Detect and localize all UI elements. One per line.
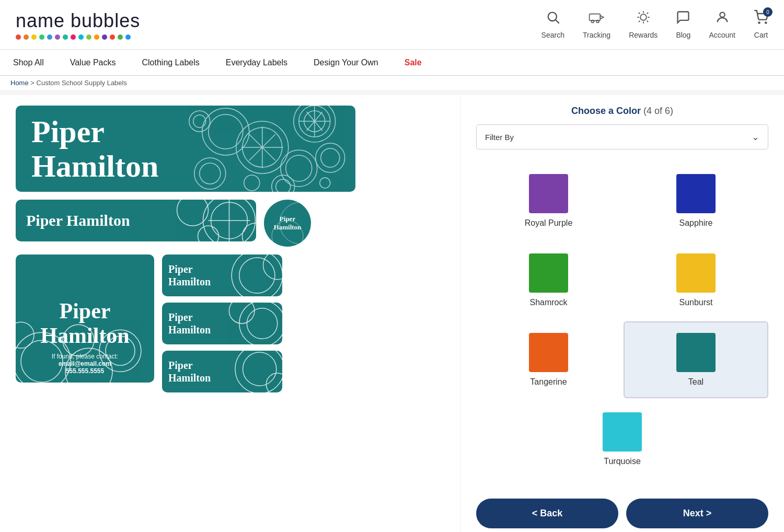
blog-nav[interactable]: Blog [676,10,690,39]
svg-point-5 [640,14,647,20]
contact-phone: 555.555.5555 [16,367,154,375]
label-small-3-name: PiperHamilton [168,359,211,384]
svg-line-1 [556,20,559,23]
label-small-1-name: PiperHamilton [168,263,211,288]
color-swatch [529,253,568,293]
color-grid: Royal PurpleSapphireShamrockSunburstTang… [476,163,768,478]
svg-point-32 [244,175,259,191]
svg-point-14 [720,13,724,17]
filter-dropdown[interactable]: Filter By ⌄ [476,124,768,149]
svg-point-26 [315,143,344,172]
color-name-label: Royal Purple [525,218,573,228]
account-label: Account [709,31,735,39]
cart-nav[interactable]: 0 Cart [754,10,768,39]
search-nav[interactable]: Search [541,10,564,39]
account-icon [715,10,730,28]
color-item-teal[interactable]: Teal [624,321,768,398]
tracking-nav[interactable]: Tracking [583,10,610,39]
account-nav[interactable]: Account [709,10,735,39]
logo-dot [16,34,21,40]
svg-point-15 [758,22,759,23]
color-name-label: Sapphire [679,218,712,228]
color-name-label: Tangerine [530,377,567,387]
svg-line-11 [647,21,648,22]
color-swatch [676,174,716,213]
logo-dot [39,34,44,40]
label-small-1: PiperHamilton [162,255,282,296]
rewards-nav[interactable]: Rewards [629,10,658,39]
svg-point-35 [193,115,205,128]
label-medium: Piper Hamilton [16,200,256,241]
back-button[interactable]: < Back [476,499,618,528]
svg-rect-2 [589,14,600,21]
nav-shop-all[interactable]: Shop All [10,58,47,67]
breadcrumb: Home > Custom School Supply Labels [0,76,784,90]
svg-line-10 [639,13,640,14]
next-button[interactable]: Next > [626,499,768,528]
logo-dot [71,34,76,40]
logo-dot [94,34,99,40]
logo-dot [31,34,37,40]
nav-everyday-labels[interactable]: Everyday Labels [223,58,290,67]
svg-point-30 [194,158,225,189]
color-count: (4 of 6) [643,106,673,116]
svg-point-16 [765,22,766,23]
rewards-icon [636,10,651,28]
breadcrumb-separator: > [30,79,36,87]
svg-point-54 [247,308,277,339]
svg-point-4 [596,20,599,23]
svg-point-38 [177,200,209,226]
svg-point-56 [235,351,282,392]
logo-dot [78,34,84,40]
contact-email: email@email.com [16,360,154,367]
main-content: PiperHamilton [0,90,784,532]
color-item-turquoise[interactable]: Turquoise [596,401,648,478]
svg-point-53 [239,303,282,344]
label-circle: PiperHamilton [264,200,311,247]
svg-point-3 [591,20,594,23]
color-item-sunburst[interactable]: Sunburst [624,242,768,319]
color-name-label: Sunburst [679,298,712,307]
svg-point-0 [548,13,556,21]
logo-dot [55,34,60,40]
color-swatch [529,333,568,372]
nav-clothing-labels[interactable]: Clothing Labels [139,58,202,67]
cart-icon: 0 [754,10,768,28]
label-tall-name: PiperHamilton [16,299,154,347]
color-swatch [603,412,642,452]
svg-point-40 [198,226,219,241]
color-item-shamrock[interactable]: Shamrock [476,242,621,319]
color-item-royal-purple[interactable]: Royal Purple [476,163,621,239]
logo-dot [63,34,68,40]
choose-color-title: Choose a Color (4 of 6) [476,106,768,117]
color-swatch [676,333,716,372]
label-large-name: PiperHamilton [31,114,158,183]
header: name bubbles Search Tracking [0,0,784,50]
nav-sale[interactable]: Sale [402,58,424,67]
cart-count: 0 [763,7,773,17]
logo-dots [16,34,140,40]
svg-point-25 [208,114,243,149]
color-item-tangerine[interactable]: Tangerine [476,321,621,398]
svg-point-29 [275,179,290,192]
color-item-sapphire[interactable]: Sapphire [624,163,768,239]
svg-line-12 [647,13,648,14]
svg-line-13 [639,21,640,22]
label-small-2-name: PiperHamilton [168,311,211,336]
svg-point-34 [189,111,210,132]
logo-dot [110,34,115,40]
color-name-label: Shamrock [529,298,567,307]
nav-design-your-own[interactable]: Design Your Own [311,58,381,67]
breadcrumb-home[interactable]: Home [10,79,29,87]
svg-point-27 [320,148,339,167]
logo-dot [118,34,123,40]
header-navigation: Search Tracking Rewards [541,10,768,39]
label-row-2: Piper Hamilton PiperHamilton [16,200,444,247]
rewards-label: Rewards [629,31,658,39]
filter-label: Filter By [485,133,514,142]
logo[interactable]: name bubbles [16,10,140,40]
nav-value-packs[interactable]: Value Packs [67,58,119,67]
breadcrumb-current: Custom School Supply Labels [37,79,127,87]
color-panel: Choose a Color (4 of 6) Filter By ⌄ Roya… [460,95,784,532]
svg-point-57 [243,352,276,386]
